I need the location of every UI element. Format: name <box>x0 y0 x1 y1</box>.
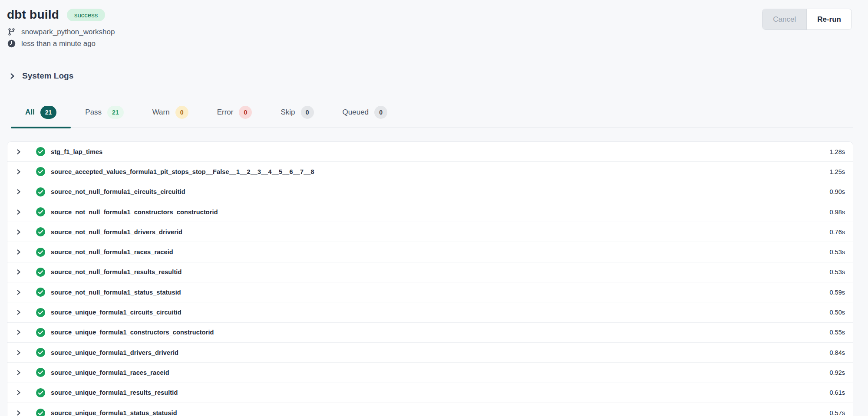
result-duration: 0.59s <box>830 289 845 296</box>
results-list: stg_f1_lap_times 1.28s source_accepted_v… <box>7 141 853 416</box>
success-check-icon <box>36 147 45 156</box>
result-row[interactable]: source_accepted_values_formula1_pit_stop… <box>7 162 853 182</box>
result-name: source_not_null_formula1_circuits_circui… <box>51 188 185 195</box>
success-check-icon <box>36 227 45 236</box>
chevron-right-icon[interactable] <box>16 169 22 175</box>
tab-label: Error <box>217 108 234 117</box>
result-row[interactable]: source_unique_formula1_results_resultid … <box>7 383 853 403</box>
status-badge: success <box>67 9 105 21</box>
rerun-button[interactable]: Re-run <box>807 9 851 29</box>
chevron-right-icon[interactable] <box>16 350 22 356</box>
success-check-icon <box>36 268 45 277</box>
result-name: stg_f1_lap_times <box>51 148 102 155</box>
result-name: source_unique_formula1_races_raceid <box>51 369 169 376</box>
tab-label: Queued <box>343 108 369 117</box>
result-row[interactable]: source_not_null_formula1_results_resulti… <box>7 262 853 282</box>
tab-count-badge: 21 <box>107 106 124 119</box>
result-duration: 0.55s <box>830 329 845 336</box>
success-check-icon <box>36 328 45 337</box>
tab-pass[interactable]: Pass 21 <box>71 102 138 127</box>
result-name: source_unique_formula1_status_statusid <box>51 409 177 416</box>
result-row[interactable]: source_unique_formula1_drivers_driverid … <box>7 343 853 363</box>
success-check-icon <box>36 248 45 257</box>
result-duration: 0.50s <box>830 309 845 316</box>
result-duration: 0.61s <box>830 389 845 396</box>
tab-label: Skip <box>281 108 295 117</box>
result-row[interactable]: source_not_null_formula1_constructors_co… <box>7 202 853 222</box>
success-check-icon <box>36 348 45 357</box>
success-check-icon <box>36 167 45 176</box>
result-name: source_not_null_formula1_constructors_co… <box>51 209 218 216</box>
result-name: source_unique_formula1_constructors_cons… <box>51 329 214 336</box>
branch-name: snowpark_python_workshop <box>21 28 115 36</box>
result-row[interactable]: source_not_null_formula1_races_raceid 0.… <box>7 242 853 262</box>
result-row[interactable]: source_unique_formula1_circuits_circuiti… <box>7 302 853 322</box>
system-logs-label: System Logs <box>22 71 73 81</box>
run-actions: Cancel Re-run <box>762 9 852 30</box>
result-name: source_unique_formula1_drivers_driverid <box>51 349 178 356</box>
tab-count-badge: 21 <box>40 106 57 119</box>
success-check-icon <box>36 368 45 377</box>
result-row[interactable]: stg_f1_lap_times 1.28s <box>7 142 853 162</box>
run-header: dbt build success Cancel Re-run snowpark… <box>0 0 868 49</box>
chevron-right-icon[interactable] <box>16 189 22 195</box>
tab-label: Warn <box>152 108 170 117</box>
result-duration: 0.76s <box>830 229 845 236</box>
success-check-icon <box>36 409 45 416</box>
chevron-right-icon[interactable] <box>16 329 22 335</box>
result-name: source_not_null_formula1_status_statusid <box>51 289 181 296</box>
chevron-right-icon[interactable] <box>16 289 22 295</box>
chevron-right-icon[interactable] <box>16 249 22 255</box>
chevron-right-icon[interactable] <box>16 229 22 235</box>
tab-label: Pass <box>85 108 102 117</box>
tab-count-badge: 0 <box>239 106 252 119</box>
result-duration: 1.25s <box>830 168 845 175</box>
result-duration: 0.53s <box>830 249 845 255</box>
result-row[interactable]: source_not_null_formula1_status_statusid… <box>7 282 853 302</box>
result-name: source_unique_formula1_results_resultid <box>51 389 178 396</box>
branch-row: snowpark_python_workshop <box>7 26 853 38</box>
result-row[interactable]: source_unique_formula1_races_raceid 0.92… <box>7 363 853 383</box>
success-check-icon <box>36 187 45 197</box>
success-check-icon <box>36 207 45 216</box>
success-check-icon <box>36 388 45 397</box>
result-duration: 0.92s <box>830 369 845 376</box>
tab-error[interactable]: Error 0 <box>203 102 267 127</box>
tab-skip[interactable]: Skip 0 <box>266 102 328 127</box>
time-row: less than a minute ago <box>7 38 853 49</box>
result-duration: 1.28s <box>830 148 845 155</box>
chevron-right-icon[interactable] <box>16 269 22 275</box>
tab-label: All <box>25 108 35 117</box>
result-row[interactable]: source_unique_formula1_status_statusid 0… <box>7 403 853 416</box>
success-check-icon <box>36 288 45 297</box>
chevron-right-icon <box>9 73 16 79</box>
chevron-right-icon[interactable] <box>16 390 22 396</box>
system-logs-toggle[interactable]: System Logs <box>9 71 73 81</box>
success-check-icon <box>36 308 45 317</box>
chevron-right-icon[interactable] <box>16 309 22 315</box>
result-duration: 0.53s <box>830 269 845 275</box>
time-ago: less than a minute ago <box>21 39 96 48</box>
result-duration: 0.90s <box>830 188 845 195</box>
chevron-right-icon[interactable] <box>16 209 22 215</box>
result-duration: 0.84s <box>830 349 845 356</box>
result-row[interactable]: source_not_null_formula1_circuits_circui… <box>7 182 853 202</box>
tab-all[interactable]: All 21 <box>11 102 71 127</box>
result-duration: 0.98s <box>830 209 845 216</box>
tab-count-badge: 0 <box>374 106 387 119</box>
result-name: source_unique_formula1_circuits_circuiti… <box>51 309 182 316</box>
tab-queued[interactable]: Queued 0 <box>328 102 402 127</box>
cancel-button[interactable]: Cancel <box>762 9 807 29</box>
result-duration: 0.57s <box>830 409 845 416</box>
result-row[interactable]: source_unique_formula1_constructors_cons… <box>7 323 853 343</box>
chevron-right-icon[interactable] <box>16 410 22 416</box>
chevron-right-icon[interactable] <box>16 149 22 155</box>
result-name: source_accepted_values_formula1_pit_stop… <box>51 168 314 175</box>
clock-icon <box>7 39 16 48</box>
result-name: source_not_null_formula1_results_resulti… <box>51 269 182 275</box>
tab-count-badge: 0 <box>301 106 314 119</box>
git-branch-icon <box>7 28 16 36</box>
result-row[interactable]: source_not_null_formula1_drivers_driveri… <box>7 222 853 242</box>
chevron-right-icon[interactable] <box>16 370 22 376</box>
tab-warn[interactable]: Warn 0 <box>138 102 203 127</box>
